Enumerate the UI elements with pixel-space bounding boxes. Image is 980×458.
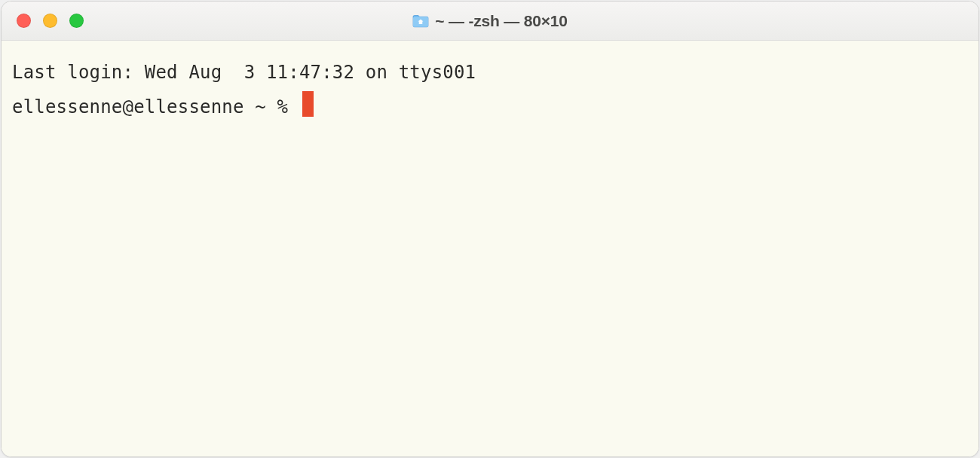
titlebar[interactable]: ~ — -zsh — 80×10 [2, 2, 978, 41]
home-folder-icon [412, 14, 429, 28]
traffic-lights [2, 14, 84, 28]
title-inner: ~ — -zsh — 80×10 [412, 12, 567, 30]
prompt-line: ellessenne@ellessenne ~ % [12, 90, 968, 125]
cursor [302, 91, 314, 117]
terminal-window: ~ — -zsh — 80×10 Last login: Wed Aug 3 1… [1, 1, 979, 457]
prompt-text: ellessenne@ellessenne ~ % [12, 90, 299, 125]
title-wrap: ~ — -zsh — 80×10 [2, 2, 978, 40]
maximize-button[interactable] [69, 14, 84, 28]
last-login-line: Last login: Wed Aug 3 11:47:32 on ttys00… [12, 62, 476, 83]
minimize-button[interactable] [43, 14, 57, 28]
close-button[interactable] [17, 14, 31, 28]
terminal-body[interactable]: Last login: Wed Aug 3 11:47:32 on ttys00… [2, 41, 978, 456]
window-title: ~ — -zsh — 80×10 [435, 12, 567, 30]
